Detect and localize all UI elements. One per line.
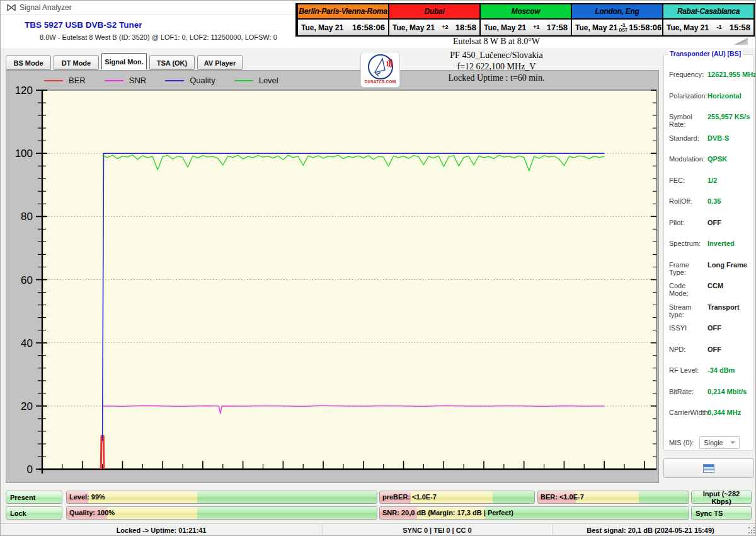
lock-button[interactable]: Lock xyxy=(6,506,62,520)
snr-meter: SNR: 20,0 dB (Margin: 17,3 dB | Perfect) xyxy=(379,506,689,520)
transponder-field-value: OFF xyxy=(707,219,721,226)
svg-text:0: 0 xyxy=(27,463,33,475)
transponder-row: Polarization: Horizontal xyxy=(669,92,752,114)
logo-text: DXSATCS.COM xyxy=(365,79,396,84)
transponder-panel-title: Transponder (AU) [BS] xyxy=(668,50,743,57)
transponder-field-value: Horizontal xyxy=(707,92,742,100)
frequency-annotation: f=12 622,100 MHz_V xyxy=(457,62,536,72)
clock-time-cell: Tue, May 21 16:58:06 xyxy=(298,20,388,35)
clock-column: Moscow Tue, May 21 +1 17:58 xyxy=(479,4,571,35)
transponder-row: RollOff: 0.35 xyxy=(669,197,752,219)
mode-tabs: BS ModeDT ModeSignal Mon.TSA (OK)AV Play… xyxy=(6,54,243,70)
sync-ts-button[interactable]: Sync TS xyxy=(691,506,752,520)
svg-text:120: 120 xyxy=(15,84,33,96)
transponder-row: CarrierWidth: 0,344 MHz xyxy=(669,409,752,430)
transponder-field-label: Stream type: xyxy=(669,303,706,318)
transponder-row: BitRate: 0,214 Mbit/s xyxy=(669,388,752,409)
clock-time: 16:58:06 xyxy=(352,23,385,32)
clock-city-label: London, Eng xyxy=(572,4,662,20)
transponder-field-value: 0,214 Mbit/s xyxy=(707,388,747,395)
chart-legend: BER SNR Quality Level xyxy=(44,76,278,85)
mis-dropdown[interactable]: Single xyxy=(699,436,740,449)
tab-button[interactable]: AV Player xyxy=(197,55,243,70)
tuner-details: 8.0W - Eutelsat 8 West B (ID: 3520) @ LO… xyxy=(40,33,277,41)
transponder-row: RF Level: -34 dBm xyxy=(669,366,752,388)
clock-date: Tue, May 21 xyxy=(575,23,617,32)
clock-city-label: Berlin-Paris-Vienna-Roma xyxy=(298,4,388,20)
legend-item: Level xyxy=(234,76,278,85)
transponder-field-label: Pilot: xyxy=(669,219,706,226)
transponder-row: Stream type: Transport xyxy=(669,303,752,325)
preber-meter: preBER: <1.0E-7 xyxy=(379,491,535,504)
mis-label: MIS (0): xyxy=(669,439,694,446)
svg-text:20: 20 xyxy=(21,400,33,412)
clock-utc-offset: -1 DST xyxy=(619,23,627,32)
level-meter: Level: 99% xyxy=(66,491,377,504)
transponder-field-label: NPD: xyxy=(669,346,706,353)
transponder-row: ISSYI OFF xyxy=(669,324,752,346)
transponder-rows: Frequency: 12621,955 MHz Polarization: H… xyxy=(669,71,752,430)
window-title: Signal Analyzer xyxy=(20,3,72,12)
tab-button[interactable]: BS Mode xyxy=(6,55,51,70)
legend-item: Quality xyxy=(165,76,215,85)
dxsatcs-logo: DXSATCS.COM xyxy=(360,52,400,88)
svg-text:100: 100 xyxy=(15,148,33,160)
present-button[interactable]: Present xyxy=(6,491,62,504)
transponder-field-label: CarrierWidth: xyxy=(669,409,706,416)
tab-button[interactable]: Signal Mon. xyxy=(101,53,147,70)
transponder-field-value: Long Frame xyxy=(707,261,747,269)
transponder-field-value: 12621,955 MHz xyxy=(707,71,756,78)
transponder-field-value: OFF xyxy=(707,346,721,353)
transponder-row: Code Mode: CCM xyxy=(669,282,752,303)
clock-date: Tue, May 21 xyxy=(301,23,343,32)
transponder-field-value: DVB-S xyxy=(707,134,729,142)
window-list-icon xyxy=(703,464,714,473)
signal-chart: 020406080100120 xyxy=(6,71,660,484)
satellite-antenna-icon xyxy=(7,3,16,15)
input-bitrate-button[interactable]: Input (~282 Kbps) xyxy=(691,491,752,504)
legend-color-dash xyxy=(234,80,253,81)
svg-text:40: 40 xyxy=(21,337,33,349)
legend-item: BER xyxy=(44,76,86,85)
grip-triangle-icon-light xyxy=(739,40,748,45)
legend-label: BER xyxy=(69,76,86,85)
transponder-field-label: Symbol Rate: xyxy=(669,113,706,128)
tab-button[interactable]: TSA (OK) xyxy=(149,55,195,70)
legend-color-dash xyxy=(105,80,123,81)
transponder-field-label: ISSYI xyxy=(669,324,706,332)
transponder-field-label: Frequency: xyxy=(669,71,706,78)
world-clock-table: Berlin-Paris-Vienna-Roma Tue, May 21 16:… xyxy=(295,3,755,37)
clock-time-cell: Tue, May 21 +2 18:58 xyxy=(389,20,479,35)
transponder-field-label: RollOff: xyxy=(669,197,706,205)
clock-column: Dubai Tue, May 21 +2 18:58 xyxy=(388,4,479,35)
transponder-field-label: Frame Type: xyxy=(669,261,706,276)
legend-label: SNR xyxy=(129,76,146,85)
clock-time: 15:58 xyxy=(730,23,750,32)
chevron-down-icon xyxy=(730,441,735,444)
transponder-field-label: Polarization: xyxy=(669,92,706,100)
transponder-list-button[interactable] xyxy=(663,458,754,478)
mis-selected-value: Single xyxy=(704,439,723,446)
signal-chart-panel: 020406080100120 BER SNR Quality Level xyxy=(6,70,659,483)
transponder-field-value: Transport xyxy=(707,303,740,311)
resize-grip[interactable] xyxy=(748,527,750,528)
status-lock-uptime: Locked -> Uptime: 01:21:41 xyxy=(1,524,322,536)
site-annotation: PF 450_Lučenec/Slovakia xyxy=(450,50,542,61)
clock-utc-offset: -1 xyxy=(716,25,721,30)
ber-meter: BER: <1.0E-7 xyxy=(537,491,689,504)
transponder-field-value: 255,957 KS/s xyxy=(707,113,750,120)
transponder-row: Modulation: QPSK xyxy=(669,155,752,177)
status-sync-counters: SYNC 0 | TEI 0 | CC 0 xyxy=(322,524,552,536)
tab-button[interactable]: DT Mode xyxy=(54,55,99,70)
transponder-row: NPD: OFF xyxy=(669,346,752,367)
legend-label: Quality xyxy=(190,76,215,85)
satellite-dish-drawing xyxy=(366,54,395,80)
legend-item: SNR xyxy=(105,76,146,85)
status-bar: Locked -> Uptime: 01:21:41 SYNC 0 | TEI … xyxy=(1,523,756,536)
transponder-field-value: CCM xyxy=(707,282,723,289)
clock-time-cell: Tue, May 21 +1 17:58 xyxy=(481,20,571,35)
transponder-field-label: Spectrum: xyxy=(669,240,706,247)
clock-city-label: Dubai xyxy=(389,4,479,20)
transponder-row: FEC: 1/2 xyxy=(669,177,752,198)
tuner-name: TBS 5927 USB DVB-S2 Tuner xyxy=(25,20,142,30)
